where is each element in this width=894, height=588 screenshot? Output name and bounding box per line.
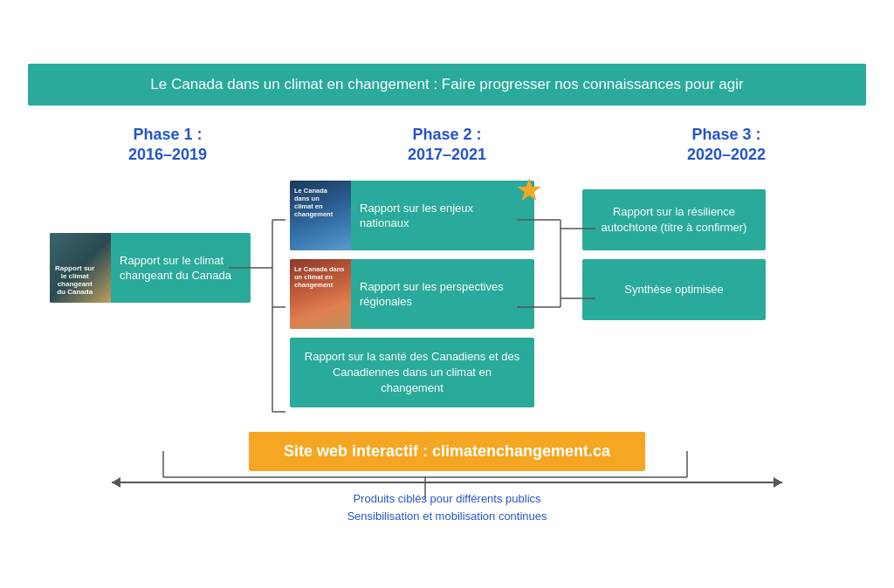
phase2-label: Phase 2 : 2017–2021 xyxy=(408,125,486,166)
phase2-report1-wrapper: Le Canadadans unclimat enchangement Rapp… xyxy=(290,181,534,250)
header-title: Le Canada dans un climat en changement :… xyxy=(150,76,743,92)
bottom-section: Site web interactif : climatenchangement… xyxy=(28,432,866,524)
website-banner: Site web interactif : climatenchangement… xyxy=(249,432,645,471)
phase2-report2-label: Rapport sur les perspectives régionales xyxy=(351,272,534,317)
phase2-report1-thumb: Le Canadadans unclimat enchangement xyxy=(290,181,351,250)
arrow-right xyxy=(447,482,782,483)
phase1-report-thumb: Rapport surle climatchangeantdu Canada xyxy=(50,233,111,303)
star-icon: ★ xyxy=(515,172,543,209)
phase2-report3-label: Rapport sur la santé des Canadiens et de… xyxy=(304,349,520,397)
phase3-report1-card: Rapport sur la résilience autochtone (ti… xyxy=(582,189,766,250)
phase2-report1-label: Rapport sur les enjeux nationaux xyxy=(351,194,534,238)
header-banner: Le Canada dans un climat en changement :… xyxy=(28,64,866,106)
phase2-report1-card: Le Canadadans unclimat enchangement Rapp… xyxy=(290,181,534,250)
phase1-thumb-text: Rapport surle climatchangeantdu Canada xyxy=(52,261,98,299)
phase1-report-card: Rapport surle climatchangeantdu Canada R… xyxy=(50,233,251,303)
phase3-label: Phase 3 : 2020–2022 xyxy=(687,125,766,166)
main-content-wrapper: Rapport surle climatchangeantdu Canada R… xyxy=(28,181,866,407)
footer-text: Produits ciblés pour différents publics … xyxy=(347,490,547,524)
phase1-report-label: Rapport sur le climat changeant du Canad… xyxy=(111,246,251,291)
phase2-report3-card: Rapport sur la santé des Canadiens et de… xyxy=(290,338,534,407)
phase1-label: Phase 1 : 2016–2019 xyxy=(128,125,207,166)
phase3-report2-card: Synthèse optimisée xyxy=(582,259,766,320)
phase3-column: Rapport sur la résilience autochtone (ti… xyxy=(552,181,796,320)
phase2-report2-thumb: Le Canada dansun climat enchangement xyxy=(290,259,351,329)
footer-line2: Sensibilisation et mobilisation continue… xyxy=(347,508,547,525)
phase2-column: Le Canadadans unclimat enchangement Rapp… xyxy=(272,181,552,407)
website-label: Site web interactif : climatenchangement… xyxy=(284,442,610,460)
phase3-report1-label: Rapport sur la résilience autochtone (ti… xyxy=(596,204,752,236)
phase2-report2-card: Le Canada dansun climat enchangement Rap… xyxy=(290,259,534,329)
phases-row: Phase 1 : 2016–2019 Phase 2 : 2017–2021 … xyxy=(28,125,866,166)
phase3-report2-label: Synthèse optimisée xyxy=(624,282,723,297)
main-container: Le Canada dans un climat en changement :… xyxy=(28,64,866,525)
phase1-column: Rapport surle climatchangeantdu Canada R… xyxy=(28,181,272,303)
main-content: Rapport surle climatchangeantdu Canada R… xyxy=(28,181,866,407)
footer-line1: Produits ciblés pour différents publics xyxy=(347,490,547,508)
arrow-row xyxy=(112,482,782,483)
arrow-left xyxy=(112,482,447,483)
